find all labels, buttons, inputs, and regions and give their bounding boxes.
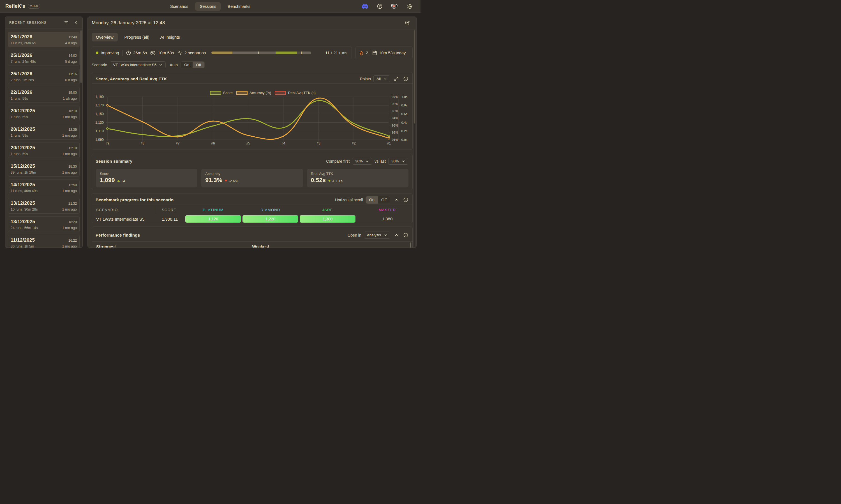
- session-card-row: 30 runs, 1h 5m1 mo ago: [11, 245, 77, 248]
- hscroll-label: Horizontal scroll: [335, 198, 363, 202]
- session-card-row: 25/1/202611:16: [11, 71, 77, 77]
- tab-ai-insights[interactable]: AI Insights: [156, 33, 184, 41]
- open-in-label: Open in: [348, 233, 361, 237]
- session-runs: 1 runs, 59s: [11, 133, 28, 138]
- legend-item-accuracy-[interactable]: Accuracy (%): [236, 91, 271, 95]
- filter-icon[interactable]: [64, 20, 69, 25]
- vs-last-label: vs last: [375, 159, 386, 163]
- svg-text:0.2s: 0.2s: [401, 129, 408, 133]
- sidebar-header-icons: [64, 20, 78, 25]
- hscroll-off-button[interactable]: Off: [378, 196, 390, 203]
- session-list-item[interactable]: 26/1/202612:4811 runs, 26m 6s4 d ago: [8, 32, 80, 47]
- stat-delta: +4: [117, 179, 125, 183]
- session-ago: 6 d ago: [65, 78, 77, 82]
- delta-arrow-icon: [225, 180, 227, 182]
- session-list-item[interactable]: 22/1/202615:001 runs, 59s1 wk ago: [8, 87, 80, 103]
- nav-sessions[interactable]: Sessions: [195, 2, 221, 11]
- session-list-item[interactable]: 13/12/202521:3210 runs, 30m 28s1 mo ago: [8, 198, 80, 214]
- session-card-row: 7 runs, 24m 48s5 d ago: [11, 60, 77, 64]
- kofi-icon[interactable]: [391, 3, 398, 10]
- select-value: VT 1w3ts Intermediate S5: [113, 63, 156, 67]
- scrollbar-thumb[interactable]: [410, 242, 411, 248]
- session-list-item[interactable]: 11/12/202516:2230 runs, 1h 5m1 mo ago: [8, 235, 80, 248]
- sidebar-scrollbar[interactable]: [81, 30, 82, 247]
- card-controls: Points All: [360, 73, 408, 82]
- collapse-chevron-left-icon[interactable]: [74, 21, 78, 25]
- session-card-row: 39 runs, 1h 19m1 mo ago: [11, 170, 77, 175]
- info-icon[interactable]: [404, 76, 408, 81]
- benchmark-table: SCENARIO SCORE PLATINUMDIAMONDJADEMASTER…: [92, 205, 412, 223]
- session-runs: 39 runs, 1h 19m: [11, 170, 36, 175]
- session-card-row: 14/12/202512:50: [11, 182, 77, 187]
- main-scrollbar[interactable]: [414, 30, 415, 247]
- delta-arrow-icon: [117, 180, 120, 182]
- collapse-chevron-up-icon[interactable]: [394, 233, 399, 237]
- nav-benchmarks[interactable]: Benchmarks: [223, 2, 255, 11]
- discord-icon[interactable]: [362, 3, 368, 10]
- help-icon[interactable]: [377, 4, 382, 9]
- chart-card: Score, Accuracy and Real Avg TTK Points …: [92, 72, 413, 150]
- session-time: 12:10: [68, 146, 77, 150]
- session-list-item[interactable]: 20/12/202518:101 runs, 59s1 mo ago: [8, 106, 80, 121]
- session-detail-panel: Monday, 26 January 2026 at 12:48 Overvie…: [87, 17, 416, 248]
- legend-item-score[interactable]: Score: [210, 91, 233, 95]
- session-playtime: 10m 53s: [150, 50, 174, 55]
- stat-label: Score: [100, 172, 193, 176]
- compare-first-select[interactable]: 30%: [352, 158, 372, 165]
- tab-overview[interactable]: Overview: [92, 33, 118, 41]
- session-list-item[interactable]: 13/12/202518:2024 runs, 56m 14s1 mo ago: [8, 216, 80, 232]
- scrollbar-thumb[interactable]: [414, 30, 415, 124]
- auto-on-button[interactable]: On: [181, 61, 193, 68]
- session-card-row: 11/12/202516:22: [11, 237, 77, 243]
- session-list-item[interactable]: 20/12/202512:351 runs, 59s1 mo ago: [8, 124, 80, 140]
- scrollbar-thumb[interactable]: [81, 30, 82, 83]
- session-card-row: 22/1/202615:00: [11, 90, 77, 95]
- runs-total: / 21 runs: [330, 50, 347, 55]
- session-runs: 30 runs, 1h 5m: [11, 245, 34, 248]
- session-card-row: 1 runs, 59s1 mo ago: [11, 133, 77, 138]
- points-select[interactable]: All: [373, 75, 390, 82]
- session-date: 14/12/2025: [11, 182, 35, 187]
- edit-notes-icon[interactable]: [405, 21, 410, 25]
- hscroll-on-button[interactable]: On: [366, 196, 378, 203]
- session-ago: 1 mo ago: [62, 208, 77, 211]
- session-list-item[interactable]: 15/12/202515:3039 runs, 1h 19m1 mo ago: [8, 161, 80, 177]
- session-list-item[interactable]: 20/12/202512:101 runs, 59s1 mo ago: [8, 143, 80, 158]
- scenario-select[interactable]: VT 1w3ts Intermediate S5: [110, 61, 166, 68]
- nav-scenarios[interactable]: Scenarios: [166, 2, 193, 11]
- settings-gear-icon[interactable]: [407, 4, 413, 9]
- info-icon[interactable]: [404, 233, 408, 237]
- playtime-label: 10m 53s: [158, 50, 174, 55]
- benchmark-score: 1,300.11: [162, 217, 185, 221]
- streak-count: 2: [366, 51, 368, 55]
- expand-icon[interactable]: [394, 77, 399, 81]
- svg-text:1,130: 1,130: [95, 121, 104, 125]
- scenario-row: Scenario VT 1w3ts Intermediate S5 Auto O…: [92, 61, 413, 68]
- tab-progress-all-[interactable]: Progress (all): [120, 33, 154, 41]
- session-date: 20/12/2025: [11, 127, 35, 132]
- session-date: 13/12/2025: [11, 219, 35, 224]
- svg-text:93%: 93%: [392, 124, 398, 127]
- stat-value: 91.3%: [205, 177, 222, 183]
- session-date: 15/12/2025: [11, 163, 35, 169]
- chevron-down-icon: [383, 233, 387, 237]
- session-card-row: 13/12/202521:32: [11, 200, 77, 206]
- session-card-row: 11 runs, 46m 49s1 mo ago: [11, 189, 77, 193]
- findings-scrollbar[interactable]: [410, 242, 411, 248]
- select-value: 30%: [355, 159, 363, 163]
- chart-legend: ScoreAccuracy (%)Real Avg TTK (s): [103, 91, 416, 95]
- open-in-select[interactable]: Analysis: [364, 232, 390, 238]
- session-card-row: 2 runs, 2m 28s6 d ago: [11, 78, 77, 82]
- streak-flame-icon: [359, 50, 364, 55]
- info-icon[interactable]: [404, 197, 408, 202]
- session-list-item[interactable]: 25/1/202611:162 runs, 2m 28s6 d ago: [8, 69, 80, 84]
- collapse-chevron-up-icon[interactable]: [394, 198, 399, 202]
- compare-first-label: Compare first: [326, 159, 349, 163]
- divider: [92, 204, 412, 204]
- session-list-item[interactable]: 25/1/202614:027 runs, 24m 48s5 d ago: [8, 50, 80, 66]
- auto-off-button[interactable]: Off: [193, 61, 204, 68]
- vs-last-select[interactable]: 30%: [388, 158, 408, 165]
- session-list-item[interactable]: 14/12/202512:5011 runs, 46m 49s1 mo ago: [8, 179, 80, 195]
- svg-text:#9: #9: [105, 141, 109, 145]
- legend-item-real-avg-ttk-s-[interactable]: Real Avg TTK (s): [275, 91, 316, 95]
